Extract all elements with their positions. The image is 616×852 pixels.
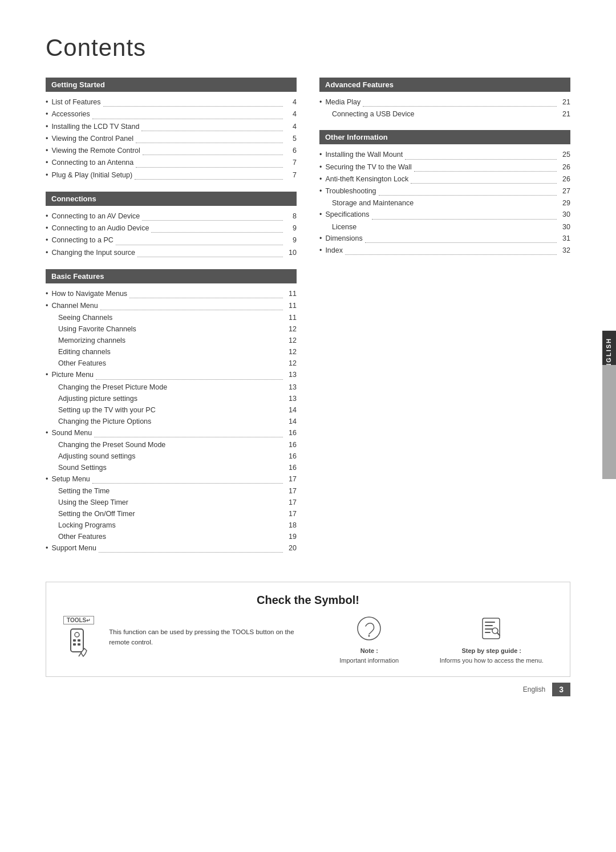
note-label: Note : Important information bbox=[339, 646, 399, 665]
svg-rect-4 bbox=[73, 643, 76, 646]
note-icon bbox=[356, 616, 382, 643]
svg-rect-12 bbox=[485, 632, 491, 633]
footer-page-number: 3 bbox=[552, 683, 570, 696]
toc-item-indent: Connecting a USB Device 21 bbox=[319, 108, 570, 120]
section-header-connections: Connections bbox=[46, 192, 297, 206]
toc-item-indent: Editing channels 12 bbox=[46, 346, 297, 358]
toc-getting-started: List of Features 4 Accessories 4 Install… bbox=[46, 96, 297, 181]
right-column: Advanced Features Media Play 21 Connecti… bbox=[319, 78, 570, 565]
toc-item: Index 32 bbox=[319, 245, 570, 257]
toc-item: Specifications 30 bbox=[319, 209, 570, 221]
remote-icon bbox=[65, 628, 92, 663]
symbol-item-guide: Step by step guide : Informs you how to … bbox=[431, 616, 553, 665]
section-header-advanced-features: Advanced Features bbox=[319, 78, 570, 92]
symbol-row: TOOLS↵ bbox=[63, 616, 553, 665]
tools-icon-area: TOOLS↵ bbox=[63, 616, 94, 663]
toc-advanced-features: Media Play 21 Connecting a USB Device 21 bbox=[319, 96, 570, 120]
toc-item-indent: Memorizing channels 12 bbox=[46, 335, 297, 346]
toc-item: Channel Menu 11 bbox=[46, 300, 297, 312]
toc-other-information: Installing the Wall Mount 25 Securing th… bbox=[319, 149, 570, 257]
toc-item: Support Menu 20 bbox=[46, 542, 297, 554]
guide-label: Step by step guide : Informs you how to … bbox=[440, 646, 544, 665]
page-title: Contents bbox=[46, 34, 570, 62]
section-header-basic-features: Basic Features bbox=[46, 269, 297, 283]
toc-connections: Connecting to an AV Device 8 Connecting … bbox=[46, 210, 297, 259]
toc-item-indent: Setting the On/Off Timer 17 bbox=[46, 508, 297, 520]
svg-rect-9 bbox=[485, 622, 495, 623]
footer: English 3 bbox=[0, 677, 616, 708]
toc-item-indent: Using Favorite Channels 12 bbox=[46, 323, 297, 335]
svg-point-7 bbox=[368, 635, 370, 637]
toc-item-indent: Locking Programs 18 bbox=[46, 520, 297, 531]
svg-rect-5 bbox=[78, 643, 80, 646]
toc-item-indent: Setting up the TV with your PC 14 bbox=[46, 404, 297, 416]
section-header-getting-started: Getting Started bbox=[46, 78, 297, 92]
toc-item-indent: Using the Sleep Timer 17 bbox=[46, 497, 297, 508]
left-column: Getting Started List of Features 4 Acces… bbox=[46, 78, 297, 565]
svg-rect-10 bbox=[485, 625, 493, 626]
check-symbol-title: Check the Symbol! bbox=[63, 594, 553, 607]
toc-item: Changing the Input source 10 bbox=[46, 247, 297, 259]
language-tab-decoration bbox=[602, 365, 616, 479]
toc-item: Picture Menu 13 bbox=[46, 369, 297, 381]
footer-language: English bbox=[523, 685, 545, 693]
toc-item-indent: Adjusting sound settings 16 bbox=[46, 451, 297, 462]
svg-point-1 bbox=[75, 632, 79, 637]
svg-rect-3 bbox=[78, 639, 80, 642]
symbol-item-note: Note : Important information bbox=[308, 616, 431, 665]
toc-item: Media Play 21 bbox=[319, 96, 570, 108]
section-header-other-information: Other Information bbox=[319, 130, 570, 144]
toc-item: Sound Menu 16 bbox=[46, 427, 297, 439]
svg-point-13 bbox=[492, 628, 498, 634]
tools-description: This function can be used by pressing th… bbox=[109, 616, 308, 647]
tools-badge: TOOLS↵ bbox=[63, 616, 94, 624]
toc-item-indent: Changing the Preset Picture Mode 13 bbox=[46, 382, 297, 393]
toc-item-indent: Setting the Time 17 bbox=[46, 485, 297, 497]
toc-basic-features: How to Navigate Menus 11 Channel Menu 11… bbox=[46, 288, 297, 555]
svg-rect-2 bbox=[73, 639, 76, 642]
guide-icon bbox=[479, 616, 504, 643]
toc-item-indent: Adjusting picture settings 13 bbox=[46, 393, 297, 404]
toc-item: Troubleshooting 27 bbox=[319, 185, 570, 197]
toc-item: Setup Menu 17 bbox=[46, 473, 297, 485]
toc-item: Plug & Play (Initial Setup) 7 bbox=[46, 169, 297, 181]
toc-item-indent: Seeing Channels 11 bbox=[46, 312, 297, 323]
check-symbol-section: Check the Symbol! TOOLS↵ bbox=[46, 582, 570, 677]
symbol-item-tools: TOOLS↵ bbox=[63, 616, 308, 663]
toc-item-indent: Changing the Preset Sound Mode 16 bbox=[46, 439, 297, 451]
